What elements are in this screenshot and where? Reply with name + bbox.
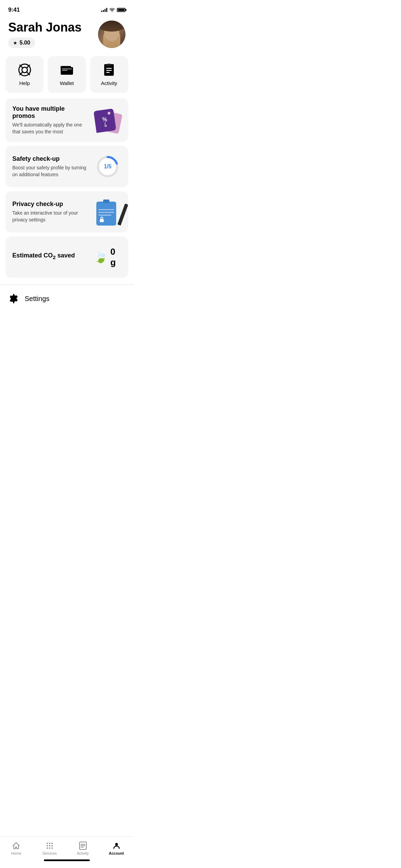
privacy-desc: Take an interactive tour of your privacy… (12, 210, 88, 223)
wallet-label: Wallet (60, 80, 74, 86)
svg-rect-12 (106, 68, 112, 69)
safety-visual: 1/5 (94, 153, 121, 180)
status-bar: 9:41 (0, 0, 134, 15)
privacy-visual (94, 198, 121, 226)
settings-icon (8, 293, 19, 304)
promos-visual: % / o (94, 107, 121, 134)
wifi-icon (109, 8, 115, 12)
co2-amount-display: 🍃 0 g (94, 246, 121, 268)
promos-desc: We'll automatically apply the one that s… (12, 122, 88, 135)
activity-label: Activity (101, 80, 118, 86)
co2-visual: 🍃 0 g (94, 243, 121, 271)
avatar[interactable] (98, 21, 125, 48)
safety-desc: Boost your safety profile by turning on … (12, 165, 88, 178)
svg-rect-14 (106, 72, 110, 73)
signal-icon (101, 8, 107, 12)
star-icon: ★ (13, 40, 17, 46)
header-left: Sarah Jonas ★ 5.00 (8, 21, 82, 48)
safety-card-text: Safety check-up Boost your safety profil… (12, 155, 94, 178)
rating-badge: ★ 5.00 (8, 38, 35, 48)
leaf-icon: 🍃 (94, 251, 108, 264)
info-cards: You have multiple promos We'll automatic… (0, 93, 134, 278)
promos-title: You have multiple promos (12, 105, 88, 120)
rating-value: 5.00 (20, 40, 30, 46)
help-icon (18, 63, 32, 77)
quick-actions: Help Wallet (0, 48, 134, 93)
safety-title: Safety check-up (12, 155, 88, 162)
help-label: Help (19, 80, 30, 86)
svg-rect-13 (106, 70, 112, 71)
svg-rect-16 (107, 64, 111, 65)
co2-title: Estimated CO2 saved (12, 252, 88, 260)
user-name: Sarah Jonas (8, 21, 82, 34)
safety-card[interactable]: Safety check-up Boost your safety profil… (5, 146, 128, 187)
settings-label: Settings (25, 295, 49, 303)
settings-row[interactable]: Settings (0, 285, 134, 310)
activity-action-card[interactable]: Activity (90, 56, 128, 93)
co2-card-text: Estimated CO2 saved (12, 252, 94, 262)
battery-icon (117, 8, 125, 12)
privacy-card-text: Privacy check-up Take an interactive tou… (12, 201, 94, 223)
header: Sarah Jonas ★ 5.00 (0, 15, 134, 48)
svg-rect-8 (61, 66, 71, 68)
safety-progress-label: 1/5 (104, 164, 111, 170)
co2-card[interactable]: Estimated CO2 saved 🍃 0 g (5, 237, 128, 278)
activity-icon (102, 63, 116, 77)
help-action-card[interactable]: Help (5, 56, 44, 93)
privacy-card[interactable]: Privacy check-up Take an interactive tou… (5, 191, 128, 232)
wallet-icon (60, 63, 74, 77)
promos-card[interactable]: You have multiple promos We'll automatic… (5, 98, 128, 142)
safety-donut: 1/5 (96, 155, 120, 179)
promos-card-text: You have multiple promos We'll automatic… (12, 105, 94, 135)
co2-amount: 0 g (110, 246, 121, 268)
status-time: 9:41 (8, 7, 20, 13)
wallet-action-card[interactable]: Wallet (48, 56, 86, 93)
svg-point-1 (22, 67, 27, 73)
privacy-title: Privacy check-up (12, 201, 88, 208)
status-icons (101, 8, 125, 12)
